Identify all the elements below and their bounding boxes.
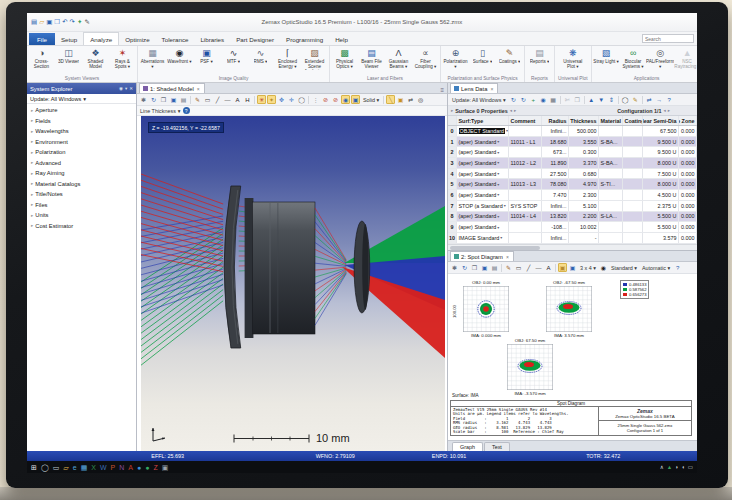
column-header-material[interactable]: Material xyxy=(599,116,623,125)
material-cell[interactable]: S-TI... xyxy=(599,179,623,189)
info-icon[interactable]: ◉ xyxy=(341,95,350,104)
ribbon-tab-libraries[interactable]: Libraries xyxy=(194,33,230,45)
ribbon-button-pal-freeform[interactable]: ◎PAL/Freeform ▾ xyxy=(647,47,674,69)
ribbon-button-shaded-model[interactable]: ❖Shaded Model xyxy=(82,47,109,69)
ring-icon[interactable]: ◉ xyxy=(599,263,608,272)
ribbon-tab-file[interactable]: File xyxy=(29,33,55,45)
column-header-surf-type[interactable]: Surf:Type xyxy=(457,116,509,125)
power-icon[interactable]: ◎ xyxy=(416,95,425,104)
tree-item-polarization[interactable]: ▸Polarization xyxy=(27,147,136,158)
ribbon-tab-analyze[interactable]: Analyze xyxy=(83,32,119,45)
network-icon[interactable]: ◗ xyxy=(675,464,678,470)
lens-table-row[interactable]: 0OBJECT Standard▾Infini...500.00067.5000… xyxy=(448,126,697,137)
ribbon-button-mtf[interactable]: ∿MTF ▾ xyxy=(220,47,247,64)
edit-icon[interactable]: ✎ xyxy=(631,95,640,104)
swap-rows-icon[interactable]: ⇕ xyxy=(607,95,616,104)
surf-type-cell[interactable]: (aper) Standard▾ xyxy=(457,169,509,179)
radius-cell[interactable]: 78.080 xyxy=(542,179,569,189)
radius-cell[interactable]: Infini... xyxy=(542,201,569,211)
lens-table-row[interactable]: 1(aper) Standard▾11011 - L118.6803.550S-… xyxy=(448,137,697,148)
close-icon[interactable]: ✕ xyxy=(129,86,133,91)
open-folder-icon[interactable]: ▱ xyxy=(39,18,44,26)
radius-cell[interactable]: 7.470 xyxy=(542,190,569,200)
lens-table-row[interactable]: 10IMAGE Standard▾Infini...-3.5790.000 xyxy=(448,233,697,244)
move-up-icon[interactable]: ▲ xyxy=(587,95,596,104)
coating-cell[interactable] xyxy=(623,201,643,211)
shaded-model-viewport[interactable]: Z = -19.492156, Y = -22.6587 xyxy=(141,116,445,451)
comment-cell[interactable]: 11013 - L3 xyxy=(509,179,542,189)
radius-cell[interactable]: Infini... xyxy=(542,233,569,243)
tree-item-environment[interactable]: ▸Environment xyxy=(27,137,136,148)
ray-marker-icon[interactable]: ✦ xyxy=(267,95,276,104)
chip-zone-cell[interactable]: 0.000 xyxy=(679,169,697,179)
line-thickness-dropdown[interactable]: Line Thickness xyxy=(140,108,176,114)
nav-left-icon[interactable]: ◂ xyxy=(510,108,512,113)
line-icon[interactable]: ╱ xyxy=(524,263,533,272)
ribbon-tab-setup[interactable]: Setup xyxy=(55,33,83,45)
onenote-icon[interactable]: N xyxy=(119,463,124,472)
tree-item-units[interactable]: ▸Units xyxy=(27,210,136,221)
clear-semi-dia-cell[interactable]: 5.500 U xyxy=(643,222,679,232)
comment-cell[interactable]: SYS STOP xyxy=(509,201,542,211)
help-icon[interactable]: ? xyxy=(665,95,674,104)
close-icon[interactable]: × xyxy=(197,86,200,92)
surf-type-cell[interactable]: STOP (a Standard▾ xyxy=(457,201,509,211)
powerpoint-icon[interactable]: P xyxy=(111,463,116,472)
material-cell[interactable]: S-LA... xyxy=(599,212,623,222)
ribbon-button-enclosed-energy[interactable]: ⌈Enclosed Energy ▾ xyxy=(274,47,301,69)
cortana-icon[interactable]: ◯ xyxy=(41,463,49,472)
lock-icon[interactable]: ▣ xyxy=(558,263,567,272)
line-icon[interactable]: ╱ xyxy=(213,95,222,104)
clear-semi-dia-cell[interactable]: 4.500 U xyxy=(643,190,679,200)
radius-cell[interactable]: 11.890 xyxy=(542,158,569,168)
column-header-clear-semi-dia[interactable]: Clear Semi-Dia xyxy=(643,116,679,125)
coating-cell[interactable] xyxy=(623,169,643,179)
task-view-icon[interactable]: ▭ xyxy=(53,463,60,472)
ribbon-tab-tolerance[interactable]: Tolerance xyxy=(156,33,195,45)
ribbon-button-biocular-systems[interactable]: ∞Biocular Systems ▾ xyxy=(620,47,647,69)
vignetting-icon[interactable]: ⊘ xyxy=(331,95,340,104)
search-input[interactable] xyxy=(642,34,694,43)
coating-cell[interactable] xyxy=(623,212,643,222)
print-icon[interactable]: ▤ xyxy=(179,95,188,104)
ribbon-button-surface[interactable]: ▯Surface ▾ xyxy=(469,47,496,64)
clear-semi-dia-cell[interactable]: 2.375 U xyxy=(643,201,679,211)
clear-semi-dia-cell[interactable]: 7.500 U xyxy=(643,169,679,179)
tree-item-fields[interactable]: ▸Fields xyxy=(27,116,136,127)
folder-icon[interactable]: ▱ xyxy=(63,463,68,472)
chip-zone-cell[interactable]: 0.000 xyxy=(679,201,697,211)
clip-rays-icon[interactable]: ⊘ xyxy=(321,95,330,104)
window-menu-icon[interactable]: ≡ xyxy=(440,87,444,93)
material-cell[interactable]: S-BA... xyxy=(599,137,623,147)
tab-spot-diagram[interactable]: 2: Spot Diagram × xyxy=(450,251,514,261)
nav-right-icon[interactable]: ▸ xyxy=(514,108,516,113)
ribbon-button-polarization[interactable]: ⊕Polarization ▾ xyxy=(442,47,469,69)
surf-type-cell[interactable]: (aper) Standard▾ xyxy=(457,137,509,147)
save-all-icon[interactable]: ❐ xyxy=(54,18,60,26)
session-icon[interactable]: ✦ xyxy=(77,18,82,26)
coating-cell[interactable] xyxy=(623,233,643,243)
dash-icon[interactable]: — xyxy=(534,263,543,272)
goto-surface-icon[interactable]: → xyxy=(655,95,664,104)
window-icon[interactable]: ▣ xyxy=(568,263,577,272)
ribbon-button-rays-spots[interactable]: ✶Rays & Spots ▾ xyxy=(109,47,136,69)
ribbon-button-stray-light[interactable]: ▧Stray Light ▾ xyxy=(593,47,620,64)
thickness-cell[interactable]: 4.970 xyxy=(569,179,599,189)
store-icon[interactable]: ▦ xyxy=(81,463,88,472)
coating-cell[interactable] xyxy=(623,222,643,232)
clear-semi-dia-cell[interactable]: 9.500 U xyxy=(643,147,679,157)
comment-cell[interactable] xyxy=(509,147,542,157)
ribbon-tab-programming[interactable]: Programming xyxy=(280,33,329,45)
mode-dropdown[interactable]: Standard ▾ xyxy=(609,265,639,271)
column-header-row-number[interactable] xyxy=(448,116,457,125)
ray-density-icon[interactable]: ⋮ xyxy=(311,95,320,104)
chip-zone-cell[interactable]: 0.000 xyxy=(679,137,697,147)
tray-chevron-icon[interactable]: ∧ xyxy=(660,464,664,470)
coating-cell[interactable] xyxy=(623,190,643,200)
surf-type-cell[interactable]: (aper) Standard▾ xyxy=(457,222,509,232)
config-icon[interactable]: ▣ xyxy=(351,95,360,104)
equalize-icon[interactable]: ⇄ xyxy=(645,95,654,104)
lens-table-row[interactable]: 3(aper) Standard▾11012 - L211.8903.370S-… xyxy=(448,158,697,169)
ribbon-button-rms[interactable]: ∿RMS ▾ xyxy=(247,47,274,64)
clear-semi-dia-cell[interactable]: 8.000 U xyxy=(643,158,679,168)
